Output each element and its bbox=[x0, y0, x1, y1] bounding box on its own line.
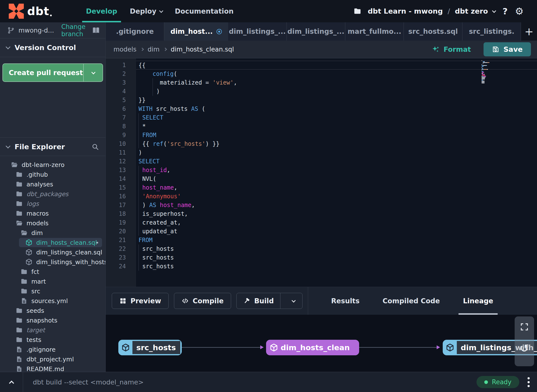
hammer-icon bbox=[243, 297, 250, 305]
kebab-menu-icon[interactable] bbox=[526, 377, 532, 387]
create-pr-button[interactable]: Create pull request bbox=[3, 64, 84, 81]
tree-item[interactable]: tests bbox=[0, 335, 105, 345]
tree-item[interactable]: target bbox=[0, 325, 105, 335]
breadcrumb-dim[interactable]: dim bbox=[148, 46, 160, 53]
project-selector[interactable]: dbt Learn - mwong / dbt zero bbox=[368, 7, 495, 15]
tree-item[interactable]: dim bbox=[0, 228, 105, 238]
code-line[interactable]: 21FROM bbox=[106, 236, 537, 244]
lineage-node-src_hosts[interactable]: src_hosts bbox=[118, 340, 182, 355]
code-line[interactable]: 19 created_at, bbox=[106, 218, 537, 227]
editor-tab[interactable]: src_hosts.sql bbox=[404, 22, 462, 41]
line-number: 17 bbox=[106, 201, 136, 209]
code-line[interactable]: 6WITH src_hosts AS ( bbox=[106, 105, 537, 113]
main-panel: .gitignoredim_host...dim_listings_...dim… bbox=[106, 22, 537, 372]
code-line[interactable]: 5}} bbox=[106, 96, 537, 105]
code-line[interactable]: 16 'Anonymous' bbox=[106, 192, 537, 201]
command-input[interactable] bbox=[23, 378, 476, 386]
docs-book-icon[interactable] bbox=[92, 26, 100, 35]
editor-tab[interactable]: .gitignore bbox=[106, 22, 164, 41]
code-line[interactable]: 17 ) AS host_name, bbox=[106, 201, 537, 209]
code-line[interactable]: 15 host_name, bbox=[106, 183, 537, 192]
code-line[interactable]: 1{{ bbox=[106, 61, 537, 70]
model-cube-icon bbox=[269, 343, 278, 352]
code-line[interactable]: 22 src_hosts bbox=[106, 244, 537, 253]
tree-item[interactable]: sources.yml bbox=[0, 296, 105, 306]
lineage-canvas[interactable]: src_hostsdim_hosts_cleandim_listings_wit… bbox=[106, 315, 537, 372]
code-line[interactable]: 2 config( bbox=[106, 70, 537, 78]
save-button[interactable]: Save bbox=[484, 42, 531, 56]
code-line[interactable]: 11) bbox=[106, 148, 537, 157]
nav-develop-label: Develop bbox=[86, 7, 117, 15]
tree-item[interactable]: logs bbox=[0, 199, 105, 209]
fullscreen-icon[interactable] bbox=[520, 322, 529, 331]
editor-tab[interactable]: src_listings. bbox=[462, 22, 521, 41]
line-number: 1 bbox=[106, 61, 136, 70]
tree-item[interactable]: src bbox=[0, 286, 105, 296]
tab-results[interactable]: Results bbox=[331, 287, 360, 315]
editor-tab[interactable]: dim_listings_... bbox=[228, 22, 287, 41]
tree-item[interactable]: dim_listings_with_hosts... bbox=[0, 257, 105, 267]
breadcrumb-models[interactable]: models bbox=[113, 46, 137, 53]
code-line[interactable]: 4 ) bbox=[106, 87, 537, 96]
code-line[interactable]: 3 materialized = 'view', bbox=[106, 78, 537, 87]
nav-develop[interactable]: Develop bbox=[80, 0, 123, 22]
gear-icon[interactable]: ⚙ bbox=[515, 6, 524, 16]
tree-item[interactable]: dbt_project.yml bbox=[0, 354, 105, 364]
help-icon[interactable]: ? bbox=[502, 6, 509, 16]
code-line[interactable]: 7 SELECT bbox=[106, 113, 537, 122]
version-control-header[interactable]: Version Control bbox=[0, 38, 105, 57]
tree-item[interactable]: dbt-learn-zero bbox=[0, 160, 105, 170]
tree-item-label: dim_listings_with_hosts... bbox=[36, 259, 106, 266]
editor-tab[interactable]: mart_fullmo... bbox=[345, 22, 404, 41]
minimap[interactable] bbox=[482, 60, 496, 84]
dbt-logo[interactable]: dbt bbox=[9, 4, 52, 19]
nav-deploy[interactable]: Deploy bbox=[123, 0, 168, 22]
code-line[interactable]: 9 FROM bbox=[106, 131, 537, 139]
search-icon[interactable] bbox=[91, 143, 99, 151]
editor-tab[interactable]: dim_listings_... bbox=[287, 22, 345, 41]
tree-item[interactable]: snapshots bbox=[0, 315, 105, 325]
create-pr-dropdown[interactable] bbox=[84, 64, 103, 81]
tab-lineage[interactable]: Lineage bbox=[463, 287, 493, 315]
command-bar-expand[interactable] bbox=[0, 372, 23, 392]
new-tab-button[interactable]: + bbox=[521, 22, 537, 41]
code-line[interactable]: 12SELECT bbox=[106, 157, 537, 166]
file-explorer-header[interactable]: File Explorer bbox=[0, 137, 105, 156]
tree-item[interactable]: analyses bbox=[0, 179, 105, 189]
change-branch-link[interactable]: Change branch bbox=[61, 23, 88, 38]
tab-compiled-code[interactable]: Compiled Code bbox=[383, 287, 440, 315]
refresh-icon[interactable]: ↺ bbox=[520, 343, 529, 354]
code-line[interactable]: 23 src_hosts bbox=[106, 253, 537, 262]
tree-item[interactable]: fct bbox=[0, 267, 105, 277]
tree-item[interactable]: dim_listings_clean.sql bbox=[0, 247, 105, 257]
code-text: WITH src_hosts AS ( bbox=[136, 105, 537, 113]
code-line[interactable]: 20 updated_at bbox=[106, 227, 537, 236]
code-editor[interactable]: 1{{2 config(3 materialized = 'view',4 )5… bbox=[106, 58, 537, 287]
code-line[interactable]: 18 is_superhost, bbox=[106, 209, 537, 218]
line-number: 18 bbox=[106, 209, 136, 218]
code-line[interactable]: 13 host_id, bbox=[106, 166, 537, 174]
tree-item-label: dbt_packages bbox=[26, 191, 69, 198]
format-button[interactable]: Format bbox=[432, 45, 471, 53]
tree-item[interactable]: README.md bbox=[0, 364, 105, 372]
tree-item[interactable]: dbt_packages bbox=[0, 189, 105, 199]
tab-label: mart_fullmo... bbox=[348, 27, 401, 35]
tree-item[interactable]: .gitignore bbox=[0, 345, 105, 354]
compile-button[interactable]: Compile bbox=[174, 293, 231, 309]
preview-button[interactable]: Preview bbox=[112, 293, 169, 309]
lineage-node-dim_hosts_clean[interactable]: dim_hosts_clean bbox=[266, 340, 359, 355]
tree-item[interactable]: mart bbox=[0, 277, 105, 286]
code-line[interactable]: 10 {{ ref('src_hosts') }} bbox=[106, 139, 537, 148]
tree-item[interactable]: .github bbox=[0, 170, 105, 179]
build-dropdown[interactable] bbox=[284, 293, 302, 309]
build-button[interactable]: Build bbox=[237, 293, 280, 309]
code-line[interactable]: 8 * bbox=[106, 122, 537, 131]
tree-item[interactable]: dim_hosts_clean.sql bbox=[0, 238, 105, 247]
tree-item[interactable]: models bbox=[0, 218, 105, 228]
code-line[interactable]: 24 src_hosts bbox=[106, 262, 537, 271]
tree-item[interactable]: seeds bbox=[0, 306, 105, 315]
tree-item[interactable]: macros bbox=[0, 209, 105, 218]
code-line[interactable]: 14 NVL( bbox=[106, 174, 537, 183]
nav-documentation[interactable]: Documentation bbox=[169, 0, 240, 22]
editor-tab[interactable]: dim_host... bbox=[164, 22, 228, 41]
